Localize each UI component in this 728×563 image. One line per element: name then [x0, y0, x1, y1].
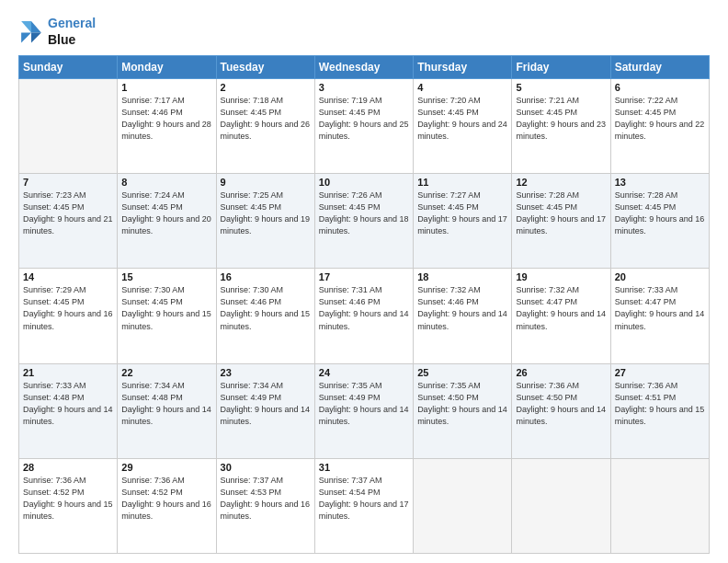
day-info: Sunrise: 7:33 AMSunset: 4:47 PMDaylight:…	[615, 284, 705, 332]
day-number: 2	[221, 82, 311, 93]
calendar-day-cell: 3Sunrise: 7:19 AMSunset: 4:45 PMDaylight…	[314, 79, 413, 174]
svg-marker-1	[31, 33, 41, 43]
day-info: Sunrise: 7:34 AMSunset: 4:49 PMDaylight:…	[221, 380, 311, 428]
day-number: 5	[516, 82, 606, 93]
calendar-day-cell: 12Sunrise: 7:28 AMSunset: 4:45 PMDayligh…	[512, 174, 610, 269]
calendar-day-cell: 8Sunrise: 7:24 AMSunset: 4:45 PMDaylight…	[118, 174, 216, 269]
day-info: Sunrise: 7:18 AMSunset: 4:45 PMDaylight:…	[221, 95, 311, 143]
calendar-day-cell: 24Sunrise: 7:35 AMSunset: 4:49 PMDayligh…	[314, 363, 413, 458]
calendar-table: SundayMondayTuesdayWednesdayThursdayFrid…	[18, 55, 710, 554]
day-info: Sunrise: 7:17 AMSunset: 4:46 PMDaylight:…	[121, 95, 211, 143]
calendar-week-row: 21Sunrise: 7:33 AMSunset: 4:48 PMDayligh…	[19, 363, 710, 458]
day-number: 31	[319, 462, 409, 473]
calendar-day-cell: 15Sunrise: 7:30 AMSunset: 4:45 PMDayligh…	[118, 269, 216, 363]
page: General Blue SundayMondayTuesdayWednesda…	[0, 0, 728, 563]
day-info: Sunrise: 7:35 AMSunset: 4:50 PMDaylight:…	[417, 380, 507, 428]
day-number: 20	[615, 271, 705, 282]
weekday-header: Wednesday	[314, 56, 413, 79]
calendar-day-cell: 1Sunrise: 7:17 AMSunset: 4:46 PMDaylight…	[118, 79, 216, 174]
day-number: 9	[221, 177, 311, 188]
day-number: 12	[516, 177, 606, 188]
day-info: Sunrise: 7:33 AMSunset: 4:48 PMDaylight:…	[23, 380, 113, 428]
weekday-header: Tuesday	[216, 56, 314, 79]
weekday-header: Saturday	[610, 56, 709, 79]
calendar-day-cell: 30Sunrise: 7:37 AMSunset: 4:53 PMDayligh…	[216, 458, 314, 553]
calendar-day-cell: 16Sunrise: 7:30 AMSunset: 4:46 PMDayligh…	[216, 269, 314, 363]
calendar-week-row: 28Sunrise: 7:36 AMSunset: 4:52 PMDayligh…	[19, 458, 710, 553]
day-number: 29	[121, 462, 211, 473]
logo: General Blue	[18, 15, 96, 48]
calendar-day-cell: 9Sunrise: 7:25 AMSunset: 4:45 PMDaylight…	[216, 174, 314, 269]
day-number: 30	[221, 462, 311, 473]
day-info: Sunrise: 7:37 AMSunset: 4:54 PMDaylight:…	[319, 475, 409, 523]
day-number: 13	[615, 177, 705, 188]
weekday-header: Friday	[512, 56, 610, 79]
calendar-day-cell: 17Sunrise: 7:31 AMSunset: 4:46 PMDayligh…	[314, 269, 413, 363]
calendar-day-cell	[19, 79, 118, 174]
svg-marker-3	[21, 33, 31, 43]
day-info: Sunrise: 7:32 AMSunset: 4:46 PMDaylight:…	[417, 284, 507, 332]
day-info: Sunrise: 7:36 AMSunset: 4:50 PMDaylight:…	[516, 380, 606, 428]
weekday-header-row: SundayMondayTuesdayWednesdayThursdayFrid…	[19, 56, 710, 79]
logo-icon	[18, 18, 44, 44]
day-number: 23	[221, 367, 311, 378]
day-info: Sunrise: 7:35 AMSunset: 4:49 PMDaylight:…	[319, 380, 409, 428]
day-info: Sunrise: 7:20 AMSunset: 4:45 PMDaylight:…	[417, 95, 507, 143]
calendar-day-cell: 20Sunrise: 7:33 AMSunset: 4:47 PMDayligh…	[610, 269, 709, 363]
day-info: Sunrise: 7:25 AMSunset: 4:45 PMDaylight:…	[221, 190, 311, 237]
calendar-week-row: 1Sunrise: 7:17 AMSunset: 4:46 PMDaylight…	[19, 79, 710, 174]
calendar-week-row: 14Sunrise: 7:29 AMSunset: 4:45 PMDayligh…	[19, 269, 710, 363]
calendar-day-cell: 5Sunrise: 7:21 AMSunset: 4:45 PMDaylight…	[512, 79, 610, 174]
day-number: 16	[221, 271, 311, 282]
header: General Blue	[18, 15, 710, 48]
day-number: 21	[23, 367, 113, 378]
day-info: Sunrise: 7:31 AMSunset: 4:46 PMDaylight:…	[319, 284, 409, 332]
day-info: Sunrise: 7:19 AMSunset: 4:45 PMDaylight:…	[319, 95, 409, 143]
calendar-day-cell: 6Sunrise: 7:22 AMSunset: 4:45 PMDaylight…	[610, 79, 709, 174]
calendar-day-cell: 13Sunrise: 7:28 AMSunset: 4:45 PMDayligh…	[610, 174, 709, 269]
day-number: 11	[417, 177, 507, 188]
day-number: 27	[615, 367, 705, 378]
day-info: Sunrise: 7:36 AMSunset: 4:51 PMDaylight:…	[615, 380, 705, 428]
calendar-day-cell: 18Sunrise: 7:32 AMSunset: 4:46 PMDayligh…	[414, 269, 512, 363]
day-info: Sunrise: 7:27 AMSunset: 4:45 PMDaylight:…	[417, 190, 507, 237]
day-info: Sunrise: 7:22 AMSunset: 4:45 PMDaylight:…	[615, 95, 705, 143]
day-number: 10	[319, 177, 409, 188]
weekday-header: Sunday	[19, 56, 118, 79]
calendar-day-cell: 29Sunrise: 7:36 AMSunset: 4:52 PMDayligh…	[118, 458, 216, 553]
day-info: Sunrise: 7:30 AMSunset: 4:45 PMDaylight:…	[121, 284, 211, 332]
calendar-day-cell: 31Sunrise: 7:37 AMSunset: 4:54 PMDayligh…	[314, 458, 413, 553]
day-number: 24	[319, 367, 409, 378]
day-info: Sunrise: 7:37 AMSunset: 4:53 PMDaylight:…	[221, 475, 311, 523]
day-info: Sunrise: 7:28 AMSunset: 4:45 PMDaylight:…	[615, 190, 705, 237]
day-info: Sunrise: 7:34 AMSunset: 4:48 PMDaylight:…	[121, 380, 211, 428]
day-number: 1	[121, 82, 211, 93]
svg-marker-2	[21, 21, 31, 32]
day-info: Sunrise: 7:36 AMSunset: 4:52 PMDaylight:…	[23, 475, 113, 523]
day-info: Sunrise: 7:36 AMSunset: 4:52 PMDaylight:…	[121, 475, 211, 523]
calendar-day-cell: 19Sunrise: 7:32 AMSunset: 4:47 PMDayligh…	[512, 269, 610, 363]
day-number: 18	[417, 271, 507, 282]
day-info: Sunrise: 7:24 AMSunset: 4:45 PMDaylight:…	[121, 190, 211, 237]
calendar-day-cell: 25Sunrise: 7:35 AMSunset: 4:50 PMDayligh…	[414, 363, 512, 458]
day-number: 25	[417, 367, 507, 378]
calendar-day-cell: 27Sunrise: 7:36 AMSunset: 4:51 PMDayligh…	[610, 363, 709, 458]
calendar-day-cell: 11Sunrise: 7:27 AMSunset: 4:45 PMDayligh…	[414, 174, 512, 269]
day-number: 22	[121, 367, 211, 378]
calendar-day-cell: 4Sunrise: 7:20 AMSunset: 4:45 PMDaylight…	[414, 79, 512, 174]
calendar-day-cell: 10Sunrise: 7:26 AMSunset: 4:45 PMDayligh…	[314, 174, 413, 269]
day-info: Sunrise: 7:28 AMSunset: 4:45 PMDaylight:…	[516, 190, 606, 237]
calendar-day-cell: 2Sunrise: 7:18 AMSunset: 4:45 PMDaylight…	[216, 79, 314, 174]
weekday-header: Monday	[118, 56, 216, 79]
day-info: Sunrise: 7:30 AMSunset: 4:46 PMDaylight:…	[221, 284, 311, 332]
day-info: Sunrise: 7:32 AMSunset: 4:47 PMDaylight:…	[516, 284, 606, 332]
day-info: Sunrise: 7:23 AMSunset: 4:45 PMDaylight:…	[23, 190, 113, 237]
calendar-day-cell	[414, 458, 512, 553]
day-number: 4	[417, 82, 507, 93]
day-number: 26	[516, 367, 606, 378]
day-number: 8	[121, 177, 211, 188]
calendar-day-cell: 28Sunrise: 7:36 AMSunset: 4:52 PMDayligh…	[19, 458, 118, 553]
day-info: Sunrise: 7:26 AMSunset: 4:45 PMDaylight:…	[319, 190, 409, 237]
day-number: 6	[615, 82, 705, 93]
calendar-day-cell: 23Sunrise: 7:34 AMSunset: 4:49 PMDayligh…	[216, 363, 314, 458]
